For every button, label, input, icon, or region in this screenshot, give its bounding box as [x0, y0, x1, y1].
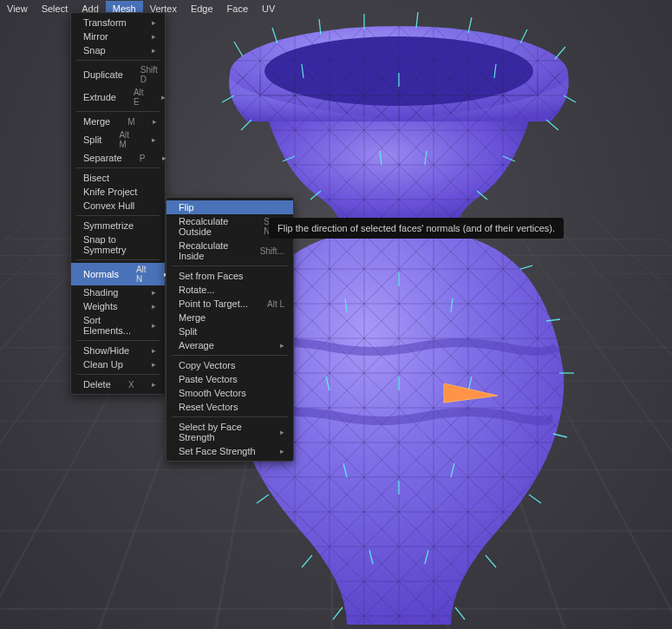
svg-line-33 [486, 555, 496, 567]
menu-item-label: Flip [179, 202, 194, 213]
svg-line-26 [302, 555, 312, 567]
mesh-menu-item-split[interactable]: SplitAlt M▸ [71, 128, 165, 151]
normals-menu-item-average[interactable]: Average▸ [166, 338, 293, 352]
mesh-menu-item-separate[interactable]: SeparateP▸ [71, 151, 165, 165]
normals-menu-item-flip[interactable]: Flip [166, 200, 293, 214]
normals-menu-item-recalculate-inside[interactable]: Recalculate InsideShift... [166, 239, 293, 263]
mesh-menu-item-snap[interactable]: Snap▸ [71, 43, 165, 57]
normals-menu-item-smooth-vectors[interactable]: Smooth Vectors [166, 386, 293, 400]
menu-item-label: Normals [83, 269, 119, 279]
mesh-menu-item-separator [76, 111, 160, 112]
mesh-menu-item-convex-hull[interactable]: Convex Hull [71, 199, 165, 213]
submenu-arrow-icon: ▸ [162, 154, 166, 162]
submenu-arrow-icon: ▸ [152, 346, 156, 355]
submenu-arrow-icon: ▸ [280, 341, 284, 350]
menubar-uv[interactable]: UV [255, 1, 282, 16]
mesh-menu-item-knife-project[interactable]: Knife Project [71, 185, 165, 199]
menubar-select[interactable]: Select [35, 1, 75, 16]
mesh-menu-item-transform[interactable]: Transform▸ [71, 16, 165, 29]
submenu-arrow-icon: ▸ [152, 135, 156, 144]
mesh-menu-item-duplicate[interactable]: DuplicateShift D [71, 63, 165, 86]
mesh-menu-item-separator [76, 340, 160, 341]
mesh-menu-item-merge[interactable]: MergeM▸ [71, 115, 165, 128]
menu-item-label: Split [83, 134, 101, 145]
mesh-menu-item-weights[interactable]: Weights▸ [71, 299, 165, 313]
menu-item-label: Convex Hull [83, 200, 134, 211]
svg-line-25 [257, 495, 269, 503]
mesh-menu-item-clean-up[interactable]: Clean Up▸ [71, 357, 165, 371]
submenu-arrow-icon: ▸ [152, 32, 156, 41]
menu-item-label: Recalculate Outside [179, 216, 246, 237]
normals-menu-item-rotate[interactable]: Rotate... [166, 283, 293, 297]
selected-face[interactable] [440, 380, 501, 406]
svg-line-34 [455, 607, 465, 619]
mesh-menu-item-show-hide[interactable]: Show/Hide▸ [71, 344, 165, 357]
menu-item-label: Show/Hide [83, 345, 129, 356]
normals-menu-item-set-from-faces[interactable]: Set from Faces [166, 269, 293, 283]
mesh-menu-item-shading[interactable]: Shading▸ [71, 285, 165, 299]
menubar-view[interactable]: View [0, 1, 35, 16]
svg-line-14 [546, 120, 558, 130]
svg-marker-51 [444, 383, 498, 403]
menu-item-shortcut: M [127, 117, 134, 127]
menu-item-shortcut: Alt E [134, 88, 144, 107]
normals-menu-item-paste-vectors[interactable]: Paste Vectors [166, 372, 293, 386]
menu-item-label: Split [179, 326, 197, 337]
menu-item-label: Snap to Symmetry [83, 234, 156, 255]
mesh-menu-item-snap-to-symmetry[interactable]: Snap to Symmetry [71, 233, 165, 257]
menu-item-label: Average [179, 340, 214, 351]
menu-item-label: Sort Elements... [83, 315, 134, 336]
svg-line-27 [333, 607, 343, 619]
mesh-menu-dropdown: Transform▸Mirror▸Snap▸DuplicateShift DEx… [70, 12, 166, 395]
normals-menu-item-reset-vectors[interactable]: Reset Vectors [166, 400, 293, 414]
normals-menu-item-point-to-target[interactable]: Point to Target...Alt L [166, 297, 293, 311]
normals-menu-item-separator [172, 416, 288, 417]
menu-item-shortcut: P [140, 154, 146, 163]
menu-item-shortcut: Shift D [140, 65, 158, 84]
svg-line-10 [555, 47, 565, 59]
menu-item-label: Merge [83, 116, 110, 127]
submenu-arrow-icon: ▸ [153, 117, 157, 126]
menu-item-label: Rotate... [179, 285, 215, 295]
submenu-arrow-icon: ▸ [161, 93, 166, 102]
menu-item-label: Snap [83, 45, 106, 56]
menu-item-label: Delete [83, 379, 111, 390]
normals-menu-item-separator [172, 265, 288, 266]
menu-item-label: Mirror [83, 31, 108, 42]
normals-menu-item-merge[interactable]: Merge [166, 311, 293, 324]
menu-item-label: Bisect [83, 173, 109, 183]
menu-item-label: Clean Up [83, 359, 123, 370]
mesh-menu-item-separator [76, 167, 160, 168]
mesh-menu-item-separator [76, 374, 160, 375]
normals-menu-item-copy-vectors[interactable]: Copy Vectors [166, 358, 293, 372]
submenu-arrow-icon: ▸ [152, 288, 156, 297]
mesh-menu-item-sort-elements[interactable]: Sort Elements...▸ [71, 313, 165, 337]
menu-item-label: Copy Vectors [179, 360, 235, 370]
menu-item-label: Shading [83, 287, 118, 298]
menubar-edge[interactable]: Edge [184, 1, 220, 16]
menu-item-label: Set Face Strength [179, 446, 256, 456]
submenu-arrow-icon: ▸ [280, 447, 284, 455]
menu-item-label: Reset Vectors [179, 402, 238, 412]
menu-item-shortcut: Alt L [267, 299, 284, 309]
submenu-arrow-icon: ▸ [152, 360, 156, 369]
menubar-face[interactable]: Face [220, 1, 255, 16]
menu-item-label: Weights [83, 301, 118, 311]
menu-item-shortcut: Alt M [119, 130, 134, 149]
menu-item-label: Select by Face Strength [179, 422, 263, 442]
mesh-menu-item-delete[interactable]: DeleteX▸ [71, 377, 165, 391]
submenu-arrow-icon: ▸ [152, 321, 156, 330]
svg-line-4 [272, 28, 277, 43]
normals-menu-item-separator [172, 355, 288, 356]
menu-item-label: Recalculate Inside [179, 240, 243, 261]
mesh-menu-item-mirror[interactable]: Mirror▸ [71, 29, 165, 43]
normals-menu-item-select-by-face-strength[interactable]: Select by Face Strength▸ [166, 420, 293, 444]
menu-item-shortcut: Shift... [260, 246, 284, 256]
mesh-menu-item-normals[interactable]: NormalsAlt N▸ [71, 263, 165, 285]
mesh-menu-item-bisect[interactable]: Bisect [71, 171, 165, 185]
normals-menu-item-split[interactable]: Split [166, 324, 293, 338]
svg-line-9 [520, 29, 527, 43]
mesh-menu-item-extrude[interactable]: ExtrudeAlt E▸ [71, 86, 165, 108]
mesh-menu-item-symmetrize[interactable]: Symmetrize [71, 219, 165, 233]
normals-menu-item-set-face-strength[interactable]: Set Face Strength▸ [166, 444, 293, 458]
